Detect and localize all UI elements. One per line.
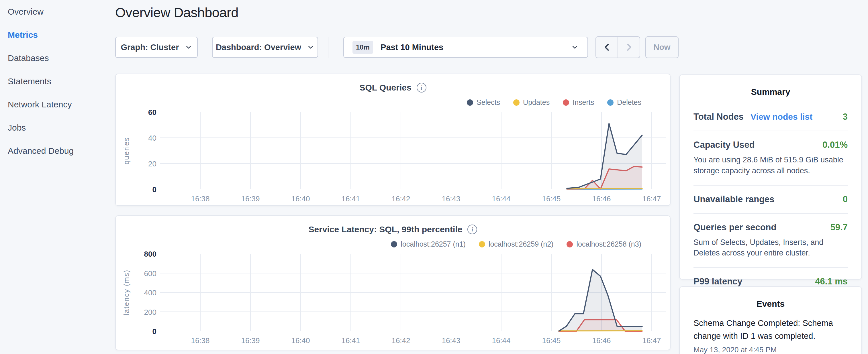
qps-value: 59.7 xyxy=(831,222,848,232)
legend-item: Updates xyxy=(513,98,550,106)
sidebar: Overview Metrics Databases Statements Ne… xyxy=(0,0,115,162)
capacity-value: 0.01% xyxy=(823,140,848,150)
time-range-dropdown[interactable]: 10m Past 10 Minutes xyxy=(343,37,588,58)
chart-title: Service Latency: SQL, 99th percentile xyxy=(309,225,463,234)
info-icon[interactable]: i xyxy=(417,83,426,93)
chevron-left-icon xyxy=(602,42,612,52)
graph-dropdown[interactable]: Graph: Cluster xyxy=(115,37,198,58)
svg-text:16:43: 16:43 xyxy=(442,194,460,203)
chart-legend: localhost:26257 (n1)localhost:26259 (n2)… xyxy=(391,240,641,248)
svg-text:16:42: 16:42 xyxy=(392,194,410,203)
svg-text:latency (ms): latency (ms) xyxy=(122,269,130,315)
svg-text:16:44: 16:44 xyxy=(492,194,510,203)
legend-dot-icon xyxy=(479,241,485,248)
sidebar-item-overview[interactable]: Overview xyxy=(0,0,115,23)
sidebar-item-databases[interactable]: Databases xyxy=(0,46,115,70)
svg-text:16:40: 16:40 xyxy=(291,336,310,345)
qps-label: Queries per second xyxy=(693,222,776,232)
sidebar-item-jobs[interactable]: Jobs xyxy=(0,116,115,139)
svg-text:400: 400 xyxy=(144,288,156,297)
svg-text:20: 20 xyxy=(148,160,156,168)
legend-item: Deletes xyxy=(607,98,641,106)
svg-text:16:46: 16:46 xyxy=(592,336,611,345)
legend-item: localhost:26259 (n2) xyxy=(479,240,554,248)
legend-label: Selects xyxy=(476,98,500,106)
svg-text:16:41: 16:41 xyxy=(341,194,360,203)
sidebar-item-network-latency[interactable]: Network Latency xyxy=(0,93,115,116)
legend-label: localhost:26258 (n3) xyxy=(576,240,641,248)
dashboard-dropdown[interactable]: Dashboard: Overview xyxy=(212,37,318,58)
svg-text:40: 40 xyxy=(148,134,156,142)
total-nodes-label: Total Nodes xyxy=(693,112,744,122)
capacity-label: Capacity Used xyxy=(693,140,755,150)
svg-text:16:44: 16:44 xyxy=(492,336,510,345)
svg-text:600: 600 xyxy=(144,269,156,278)
summary-title: Summary xyxy=(693,87,848,97)
info-icon[interactable]: i xyxy=(467,225,477,234)
legend-label: Updates xyxy=(523,98,550,106)
svg-text:200: 200 xyxy=(144,308,156,317)
svg-text:16:38: 16:38 xyxy=(191,336,210,345)
legend-item: localhost:26258 (n3) xyxy=(566,240,641,248)
chart-legend: SelectsUpdatesInsertsDeletes xyxy=(467,98,641,106)
svg-text:0: 0 xyxy=(152,185,156,194)
legend-dot-icon xyxy=(563,99,569,106)
next-range-button[interactable] xyxy=(618,37,640,58)
app-root: Overview Metrics Databases Statements Ne… xyxy=(0,0,868,354)
chevron-down-icon xyxy=(185,43,192,51)
svg-text:60: 60 xyxy=(148,108,156,117)
svg-text:800: 800 xyxy=(144,250,156,258)
unavailable-ranges-value: 0 xyxy=(843,194,848,204)
now-button[interactable]: Now xyxy=(645,36,679,58)
chart-title: SQL Queries xyxy=(359,83,411,93)
page-title: Overview Dashboard xyxy=(115,5,239,20)
summary-row-qps: Queries per second 59.7 Sum of Selects, … xyxy=(693,214,848,268)
service-latency-chart-card: Service Latency: SQL, 99th percentile i … xyxy=(115,215,671,350)
svg-text:16:38: 16:38 xyxy=(191,194,210,203)
legend-item: Selects xyxy=(467,98,500,106)
svg-text:queries: queries xyxy=(122,137,130,164)
legend-dot-icon xyxy=(607,99,614,106)
svg-text:16:47: 16:47 xyxy=(642,336,661,345)
summary-row-total-nodes: Total Nodes View nodes list 3 xyxy=(693,103,848,131)
svg-text:16:45: 16:45 xyxy=(542,336,560,345)
prev-range-button[interactable] xyxy=(596,37,618,58)
unavailable-ranges-label: Unavailable ranges xyxy=(693,194,775,204)
qps-description: Sum of Selects, Updates, Inserts, and De… xyxy=(693,237,848,259)
sidebar-item-metrics[interactable]: Metrics xyxy=(0,23,115,46)
graph-dropdown-label: Graph: Cluster xyxy=(121,43,179,52)
legend-dot-icon xyxy=(513,99,520,106)
sidebar-item-statements[interactable]: Statements xyxy=(0,70,115,93)
chevron-right-icon xyxy=(624,42,634,52)
legend-label: Deletes xyxy=(617,98,641,106)
svg-text:16:42: 16:42 xyxy=(392,336,410,345)
summary-panel: Summary Total Nodes View nodes list 3 Ca… xyxy=(679,74,862,280)
time-pager xyxy=(595,36,640,58)
dashboard-dropdown-label: Dashboard: Overview xyxy=(216,43,301,52)
chevron-down-icon xyxy=(571,43,579,51)
svg-text:0: 0 xyxy=(152,327,156,336)
svg-text:16:39: 16:39 xyxy=(241,194,260,203)
svg-text:16:43: 16:43 xyxy=(442,336,460,345)
time-range-label: Past 10 Minutes xyxy=(380,43,443,52)
summary-row-capacity: Capacity Used 0.01% You are using 28.6 M… xyxy=(693,131,848,186)
sql-queries-chart[interactable]: 16:3816:3916:4016:4116:4216:4316:4416:45… xyxy=(116,75,671,206)
legend-item: localhost:26257 (n1) xyxy=(391,240,466,248)
events-title: Events xyxy=(693,299,848,309)
sql-queries-chart-card: SQL Queries i SelectsUpdatesInsertsDelet… xyxy=(115,74,671,206)
summary-row-unavailable-ranges: Unavailable ranges 0 xyxy=(693,186,848,214)
service-latency-chart[interactable]: 16:3816:3916:4016:4116:4216:4316:4416:45… xyxy=(116,217,671,350)
legend-dot-icon xyxy=(467,99,473,106)
svg-text:16:41: 16:41 xyxy=(341,336,360,345)
svg-text:16:40: 16:40 xyxy=(291,194,310,203)
toolbar-divider xyxy=(328,37,329,58)
time-range-badge: 10m xyxy=(352,41,373,54)
sidebar-item-advanced-debug[interactable]: Advanced Debug xyxy=(0,139,115,162)
view-nodes-link[interactable]: View nodes list xyxy=(750,112,812,122)
legend-label: Inserts xyxy=(572,98,594,106)
chevron-down-icon xyxy=(307,43,314,51)
p99-latency-label: P99 latency xyxy=(693,277,743,287)
event-timestamp: May 13, 2020 at 4:45 PM xyxy=(693,345,848,354)
svg-text:16:39: 16:39 xyxy=(241,336,260,345)
total-nodes-value: 3 xyxy=(843,112,848,122)
